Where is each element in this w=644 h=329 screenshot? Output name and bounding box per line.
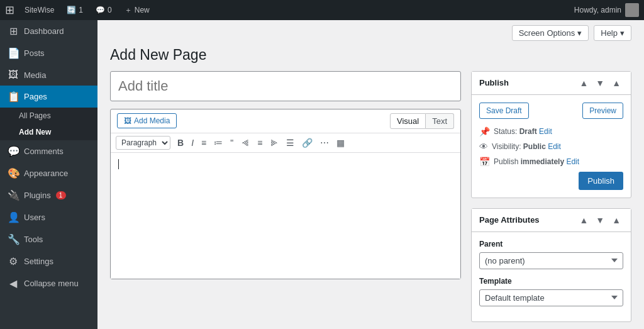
- blockquote-button[interactable]: ": [227, 137, 236, 149]
- comments-nav-icon: 💬: [8, 145, 19, 157]
- publish-button[interactable]: Publish: [579, 172, 623, 190]
- align-right-button[interactable]: ⫸: [267, 137, 282, 149]
- more-button[interactable]: ⋯: [317, 137, 332, 149]
- parent-label: Parent: [479, 240, 623, 248]
- editor-content-area[interactable]: [111, 153, 460, 279]
- align-justify-button[interactable]: ☰: [283, 137, 297, 149]
- sidebar-item-pages[interactable]: 📋 Pages: [0, 86, 97, 108]
- comments-icon: 💬: [96, 6, 105, 14]
- pages-icon: 📋: [8, 91, 19, 103]
- template-select[interactable]: Default template: [479, 289, 623, 306]
- pages-submenu: All Pages Add New: [0, 108, 97, 140]
- site-name: SiteWise: [25, 6, 54, 14]
- table-button[interactable]: ▦: [333, 137, 348, 149]
- appearance-icon: 🎨: [8, 167, 19, 179]
- publish-time-row: 📅 Publish immediately Edit: [479, 157, 623, 167]
- editor-wrap: 🖼 Add Media Visual Text: [97, 71, 644, 329]
- attributes-toggle-button[interactable]: ▲: [609, 214, 623, 226]
- posts-icon: 📄: [8, 47, 19, 59]
- adminbar-comments[interactable]: 💬 0: [91, 0, 117, 20]
- preview-button[interactable]: Preview: [582, 103, 623, 119]
- sidebar-item-settings[interactable]: ⚙ Settings: [0, 250, 97, 272]
- save-draft-button[interactable]: Save Draft: [479, 103, 529, 119]
- sidebar-item-all-pages[interactable]: All Pages: [0, 108, 97, 124]
- avatar: [625, 3, 639, 17]
- parent-select[interactable]: (no parent): [479, 252, 623, 269]
- status-row: 📌 Status: Draft Edit: [479, 126, 623, 137]
- add-media-icon: 🖼: [124, 116, 131, 125]
- page-attributes-metabox: Page Attributes ▲ ▼ ▲ Parent (no parent): [471, 208, 631, 322]
- adminbar-new[interactable]: ＋ New: [119, 0, 155, 20]
- visibility-icon: 👁: [479, 142, 488, 152]
- status-edit-link[interactable]: Edit: [539, 127, 552, 136]
- editor-main: 🖼 Add Media Visual Text: [110, 71, 461, 329]
- screen-options-button[interactable]: Screen Options ▾: [512, 25, 589, 41]
- editor-box: 🖼 Add Media Visual Text: [110, 109, 461, 279]
- publish-actions: Save Draft Preview: [479, 103, 623, 119]
- sidebar-item-media[interactable]: 🖼 Media: [0, 64, 97, 86]
- adminbar-howdy[interactable]: Howdy, admin: [574, 3, 639, 17]
- sidebar-item-plugins[interactable]: 🔌 Plugins 1: [0, 184, 97, 206]
- align-center-button[interactable]: ≡: [254, 137, 265, 149]
- publish-submit-row: Publish: [479, 172, 623, 190]
- publish-time-edit-link[interactable]: Edit: [566, 157, 579, 166]
- editor-formatting-toolbar: Paragraph B I ≡ ≔ " ⫷ ≡ ⫸ ☰ 🔗 ⋯ ▦: [111, 133, 460, 153]
- plus-icon: ＋: [125, 5, 132, 16]
- sidebar-item-dashboard[interactable]: ⊞ Dashboard: [0, 20, 97, 42]
- link-button[interactable]: 🔗: [299, 137, 316, 149]
- help-button[interactable]: Help ▾: [594, 25, 631, 41]
- tab-text[interactable]: Text: [426, 113, 454, 129]
- sidebar-item-tools[interactable]: 🔧 Tools: [0, 228, 97, 250]
- align-left-button[interactable]: ⫷: [238, 137, 253, 149]
- visibility-edit-link[interactable]: Edit: [548, 142, 561, 151]
- updates-icon: 🔄: [67, 6, 76, 14]
- editor-cursor: [118, 159, 119, 169]
- calendar-icon: 📅: [479, 157, 490, 167]
- attributes-collapse-down-button[interactable]: ▼: [593, 214, 607, 226]
- ordered-list-button[interactable]: ≔: [211, 137, 226, 149]
- users-icon: 👤: [8, 211, 19, 223]
- sidebar-item-add-new[interactable]: Add New: [0, 124, 97, 140]
- add-media-button[interactable]: 🖼 Add Media: [117, 113, 177, 128]
- status-icon: 📌: [479, 126, 490, 137]
- content-area: Screen Options ▾ Help ▾ Add New Page: [97, 20, 644, 329]
- screen-options-arrow-icon: ▾: [577, 28, 582, 38]
- parent-field: Parent (no parent): [479, 240, 623, 269]
- bold-button[interactable]: B: [174, 137, 187, 149]
- publish-collapse-down-button[interactable]: ▼: [593, 77, 607, 89]
- sidebar-item-users[interactable]: 👤 Users: [0, 206, 97, 228]
- unordered-list-button[interactable]: ≡: [198, 137, 209, 149]
- attributes-collapse-up-button[interactable]: ▲: [577, 214, 591, 226]
- publish-metabox-header: Publish ▲ ▼ ▲: [472, 72, 631, 95]
- plugins-badge: 1: [56, 191, 66, 199]
- publish-metabox-body: Save Draft Preview 📌 Status: Draft Edit: [472, 95, 631, 198]
- publish-toggle-button[interactable]: ▲: [609, 77, 623, 89]
- content-top-bar: Screen Options ▾ Help ▾: [97, 20, 644, 46]
- admin-bar: ⊞ SiteWise 🔄 1 💬 0 ＋ New Howdy, admin: [0, 0, 644, 20]
- publish-metabox-title: Publish: [479, 78, 577, 87]
- publish-collapse-up-button[interactable]: ▲: [577, 77, 591, 89]
- editor-sidebar: Publish ▲ ▼ ▲ Save Draft Preview: [471, 71, 631, 329]
- sidebar-item-comments[interactable]: 💬 Comments: [0, 140, 97, 162]
- adminbar-site[interactable]: SiteWise: [19, 0, 59, 20]
- italic-button[interactable]: I: [188, 137, 197, 149]
- publish-metabox: Publish ▲ ▼ ▲ Save Draft Preview: [471, 71, 631, 198]
- adminbar-updates[interactable]: 🔄 1: [62, 0, 88, 20]
- editor-toolbar-top: 🖼 Add Media Visual Text: [111, 109, 460, 133]
- page-attributes-body: Parent (no parent) Template Default temp…: [472, 232, 631, 321]
- sidebar-item-appearance[interactable]: 🎨 Appearance: [0, 162, 97, 184]
- wp-logo-icon: ⊞: [5, 3, 14, 17]
- settings-icon: ⚙: [8, 255, 19, 267]
- editor-tabs: Visual Text: [390, 113, 454, 129]
- page-header: Add New Page: [97, 46, 644, 71]
- tab-visual[interactable]: Visual: [390, 113, 426, 129]
- sidebar-item-collapse[interactable]: ◀ Collapse menu: [0, 272, 97, 294]
- paragraph-format-select[interactable]: Paragraph: [116, 136, 170, 150]
- dashboard-icon: ⊞: [8, 25, 19, 37]
- page-attributes-header: Page Attributes ▲ ▼ ▲: [472, 209, 631, 232]
- collapse-icon: ◀: [8, 277, 19, 289]
- page-attributes-title: Page Attributes: [479, 215, 577, 225]
- page-title-input[interactable]: [110, 71, 461, 101]
- page-attributes-controls: ▲ ▼ ▲: [577, 214, 623, 226]
- sidebar-item-posts[interactable]: 📄 Posts: [0, 42, 97, 64]
